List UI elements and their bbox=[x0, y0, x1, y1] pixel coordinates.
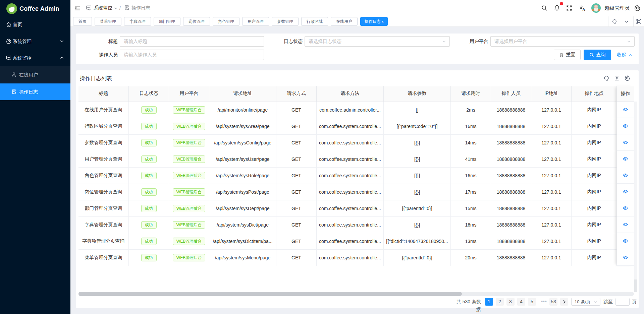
svg-text:A: A bbox=[583, 7, 585, 11]
